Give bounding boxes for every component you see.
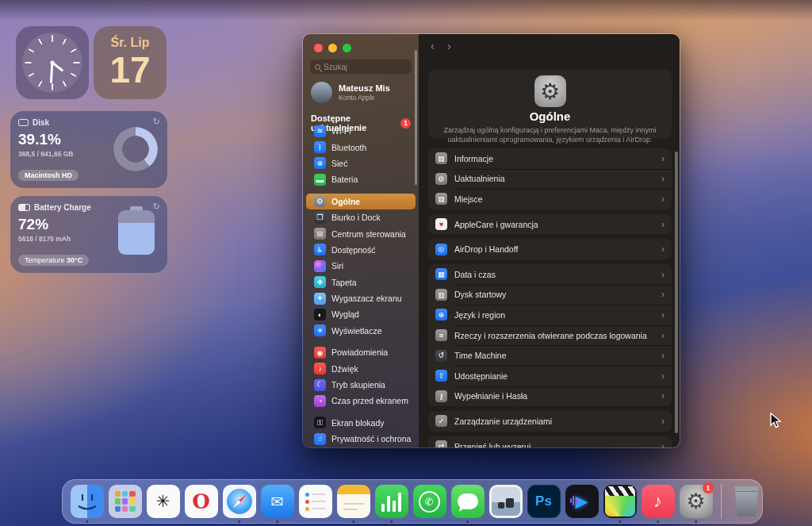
applecare-logo-icon: ♥ <box>435 218 447 230</box>
dock-finder[interactable] <box>70 479 104 524</box>
sidebar-item-lock-screen[interactable]: ⚿Ekran blokady <box>306 415 416 431</box>
final-cut-clapperboard-icon <box>603 485 637 518</box>
dock-final-cut-pro[interactable] <box>603 479 637 524</box>
row-storage[interactable]: ▤Miejsce› <box>428 189 672 209</box>
battery-icon: ▬ <box>314 174 326 186</box>
sidebar-item-bluetooth[interactable]: ᛒBluetooth <box>306 139 416 155</box>
back-button[interactable]: ‹ <box>431 40 435 52</box>
dock-messages[interactable] <box>450 479 485 524</box>
row-language-region[interactable]: ⊕Język i region› <box>428 305 672 325</box>
sidebar-item-label: Wi-Fi <box>331 126 351 136</box>
analog-clock <box>22 33 82 93</box>
dock-launchpad[interactable] <box>108 479 142 524</box>
dock-photoshop[interactable]: Ps <box>527 479 561 524</box>
sidebar-item-desktop-dock[interactable]: ❒Biurko i Dock <box>306 209 416 225</box>
sidebar-item-label: Prywatność i ochrona <box>331 434 411 443</box>
sharing-icon: ⇧ <box>435 370 447 382</box>
row-software-update[interactable]: ⚙Uaktualnienia› <box>428 169 672 190</box>
apple-account-row[interactable]: Mateusz Mis Konto Apple <box>303 74 419 103</box>
general-header-card: ⚙ Ogólne Zarządzaj ogólną konfiguracją i… <box>428 69 672 139</box>
calendar-weekday: Śr. Lip <box>94 36 167 50</box>
battery-widget[interactable]: Battery Charge ↻ 72% 5618 / 8175 mAh Tem… <box>10 196 167 273</box>
dock-video-player[interactable]: ▶ <box>565 479 599 524</box>
sidebar-item-focus[interactable]: ☾Tryb skupienia <box>306 377 416 393</box>
sidebar-item-label: Wygląd <box>331 309 359 319</box>
sidebar-scrollbar[interactable] <box>415 50 417 185</box>
dock-safari[interactable] <box>222 479 256 524</box>
content-scrollbar[interactable] <box>675 152 678 433</box>
row-time-machine[interactable]: ↺Time Machine› <box>428 345 672 366</box>
sidebar-item-sound[interactable]: ♪Dźwięk <box>306 360 416 376</box>
sidebar-item-displays[interactable]: ☀Wyświetlacze <box>306 323 416 339</box>
user-name: Mateusz Mis <box>339 83 390 94</box>
calendar-widget[interactable]: Śr. Lip 17 <box>94 26 167 99</box>
disk-widget[interactable]: Disk ↻ 39.1% 368,5 / 941,65 GB Macintosh… <box>10 111 167 188</box>
time-machine-icon: ↺ <box>435 350 447 362</box>
sidebar-search[interactable] <box>310 60 412 74</box>
row-about[interactable]: ▤Informacje› <box>428 148 672 169</box>
sidebar-item-accessibility[interactable]: ♿Dostępność <box>306 242 416 258</box>
dock: ✳ O ✉ ✆ Ps <box>62 479 763 524</box>
row-startup-disk[interactable]: ▥Dysk startowy› <box>428 285 672 305</box>
notes-icon <box>337 485 370 518</box>
dock-reminders[interactable] <box>298 479 332 524</box>
dock-mail[interactable]: ✉ <box>260 479 294 524</box>
dock-whatsapp[interactable]: ✆ <box>412 479 446 524</box>
sidebar-item-battery[interactable]: ▬Bateria <box>306 171 416 187</box>
sidebar-item-privacy[interactable]: ☝Prywatność i ochrona <box>306 431 416 447</box>
dock-photo-app[interactable] <box>488 479 523 524</box>
chevron-right-icon: › <box>661 441 665 448</box>
sidebar-item-label: Wygaszacz ekranu <box>331 294 402 303</box>
video-player-icon: ▶ <box>565 485 599 518</box>
sidebar-item-wifi[interactable]: ≋Wi-Fi <box>306 123 416 139</box>
search-input[interactable] <box>324 63 407 71</box>
sidebar-item-screensaver[interactable]: ✦Wygaszacz ekranu <box>306 290 416 306</box>
sidebar-item-siri[interactable]: Siri <box>306 258 416 274</box>
finder-icon <box>71 485 104 518</box>
sidebar-item-label: Powiadomienia <box>331 347 388 357</box>
sidebar-item-general[interactable]: ⚙Ogólne <box>306 194 416 209</box>
page-description: Zarządzaj ogólną konfiguracją i preferen… <box>435 125 666 144</box>
minimize-button[interactable] <box>328 44 337 52</box>
dock-music[interactable]: ♪ <box>641 479 675 524</box>
settings-sidebar: Mateusz Mis Konto Apple Dostępne uaktual… <box>303 34 419 447</box>
dock-trash[interactable] <box>730 479 764 524</box>
clock-widget[interactable] <box>16 26 89 99</box>
chevron-right-icon: › <box>661 309 665 321</box>
sidebar-item-appearance[interactable]: ◐Wygląd <box>306 306 416 322</box>
row-transfer-reset[interactable]: ⇄Przenieś lub wyzeruj› <box>428 436 672 448</box>
forward-button[interactable]: › <box>447 40 451 52</box>
running-indicator <box>86 520 89 524</box>
sidebar-item-notifications[interactable]: ◉Powiadomienia <box>306 344 416 360</box>
settings-content: ‹ › ⚙ Ogólne Zarządzaj ogólną konfigurac… <box>419 34 680 447</box>
chevron-right-icon: › <box>661 173 665 184</box>
sidebar-item-screen-time[interactable]: ◔Czas przed ekranem <box>306 393 416 409</box>
row-device-management[interactable]: ✓Zarządzanie urządzeniami› <box>428 411 672 432</box>
row-login-items[interactable]: ≡Rzeczy i rozszerzenia otwierane podczas… <box>428 325 672 346</box>
storage-laptop-icon: ▤ <box>435 193 447 205</box>
avatar <box>311 82 332 103</box>
dock-notes[interactable] <box>336 479 370 524</box>
disk-volume-badge: Macintosh HD <box>18 170 79 181</box>
chevron-right-icon: › <box>661 269 665 280</box>
bluetooth-icon: ᛒ <box>314 141 326 153</box>
close-button[interactable] <box>314 44 323 52</box>
row-date-time[interactable]: ▦Data i czas› <box>428 264 672 285</box>
dock-opera[interactable]: O <box>184 479 218 524</box>
row-autofill-passwords[interactable]: ⚷Wypełnianie i Hasła› <box>428 386 672 407</box>
running-indicator <box>238 520 241 524</box>
device-management-check-icon: ✓ <box>435 415 447 427</box>
dock-numbers[interactable] <box>374 479 408 524</box>
row-applecare[interactable]: ♥AppleCare i gwarancja› <box>428 214 672 235</box>
dock-system-settings[interactable]: 1 ⚙ <box>679 479 713 524</box>
sidebar-item-control-center[interactable]: ⊟Centrum sterowania <box>306 225 416 241</box>
row-airdrop-handoff[interactable]: ◎AirDrop i Handoff› <box>428 239 672 259</box>
zoom-button[interactable] <box>343 44 351 52</box>
gear-icon: ⚙ <box>314 195 326 207</box>
dock-chatgpt[interactable]: ✳ <box>146 479 180 524</box>
sidebar-item-wallpaper[interactable]: ❖Tapeta <box>306 275 416 290</box>
row-sharing[interactable]: ⇧Udostępnianie› <box>428 366 672 386</box>
wallpaper-icon: ❖ <box>314 276 326 288</box>
sidebar-item-label: Siri <box>331 261 343 271</box>
sidebar-item-network[interactable]: ⊕Sieć <box>306 155 416 171</box>
